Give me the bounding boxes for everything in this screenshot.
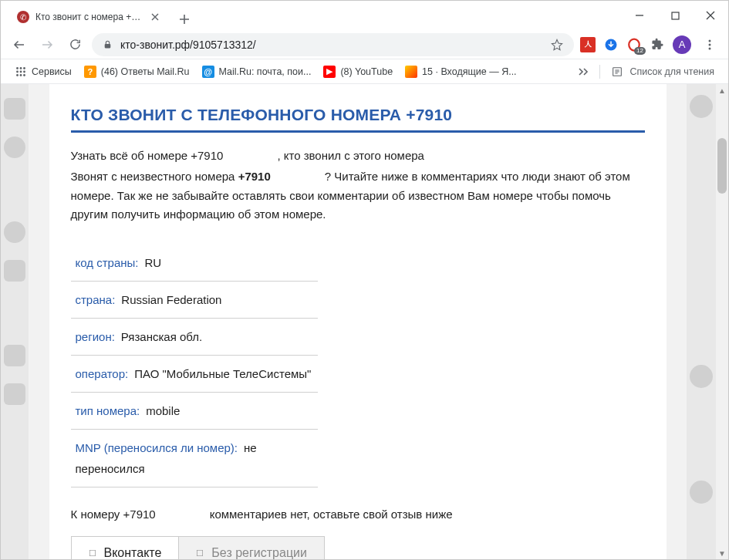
info-row-mnp: MNP (переносился ли номер):не переносилс… [71, 430, 318, 487]
toolbar: кто-звонит.рф/9105713312/ 人 12 A [1, 30, 728, 59]
svg-point-7 [16, 67, 19, 69]
sidebar-glyph [690, 365, 713, 388]
svg-point-10 [16, 70, 19, 73]
bookmark-yandex-inbox[interactable]: 15 · Входящие — Я... [400, 64, 521, 79]
svg-point-5 [709, 43, 711, 46]
svg-rect-0 [672, 12, 679, 19]
yandex-icon [405, 66, 417, 78]
page-title: КТО ЗВОНИТ С ТЕЛЕФОННОГО НОМЕРА +7910 [71, 106, 645, 133]
reload-button[interactable] [64, 34, 86, 56]
tab-strip: ✆ Кто звонит с номера +79105713 [1, 1, 622, 30]
info-row-country: страна:Russian Federation [71, 282, 318, 319]
intro-line-2: Звонят с неизвестного номера +7910? Чита… [71, 167, 645, 224]
bookmark-label: Mail.Ru: почта, пои... [219, 66, 312, 77]
comments-empty-line: К номеру +7910комментариев нет, оставьте… [71, 508, 645, 521]
sidebar-glyph [690, 95, 713, 118]
toolbar-right: 人 12 A [580, 34, 721, 56]
info-row-operator: оператор:ПАО "Мобильные ТелеСистемы" [71, 356, 318, 393]
bookmark-label: 15 · Входящие — Я... [422, 66, 516, 77]
content-area: КТО ЗВОНИТ С ТЕЛЕФОННОГО НОМЕРА +7910 Уз… [29, 84, 687, 559]
checkbox-icon: ☐ [89, 548, 96, 558]
comment-tabs: ☐Вконтакте ☐Без регистрации [71, 536, 645, 559]
sidebar-glyph [690, 481, 713, 504]
extension-opera-icon[interactable]: 12 [626, 37, 642, 52]
mail-answers-icon: ? [84, 66, 96, 78]
lock-icon [103, 39, 113, 49]
apps-icon [15, 66, 27, 78]
info-row-region: регион:Рязанская обл. [71, 319, 318, 356]
tab-no-registration[interactable]: ☐Без регистрации [179, 536, 325, 559]
new-tab-button[interactable] [174, 8, 195, 30]
bookmark-youtube[interactable]: ▶(8) YouTube [319, 64, 397, 79]
close-tab-icon[interactable] [150, 12, 160, 22]
left-sidebar-strip [1, 84, 29, 559]
url-text: кто-звонит.рф/9105713312/ [120, 39, 543, 51]
right-sidebar-strip [687, 84, 716, 559]
page-content: КТО ЗВОНИТ С ТЕЛЕФОННОГО НОМЕРА +7910 Уз… [49, 84, 667, 559]
svg-point-13 [16, 74, 19, 76]
tab-title: Кто звонит с номера +79105713 [35, 12, 143, 22]
svg-point-8 [20, 67, 22, 69]
maximize-button[interactable] [657, 1, 693, 30]
titlebar: ✆ Кто звонит с номера +79105713 [1, 1, 728, 30]
reading-list-button[interactable]: Список для чтения [606, 64, 719, 79]
sidebar-glyph [4, 98, 25, 120]
checkbox-icon: ☐ [196, 548, 204, 558]
mailru-icon: @ [202, 66, 214, 78]
extension-pdf-icon[interactable]: 人 [580, 37, 596, 52]
vertical-scrollbar[interactable]: ▲ ▼ [716, 84, 728, 559]
svg-point-14 [20, 74, 22, 76]
svg-point-15 [23, 74, 25, 76]
svg-point-9 [23, 67, 25, 69]
info-table: код страны:RU страна:Russian Federation … [71, 245, 318, 487]
svg-point-6 [709, 47, 711, 49]
address-bar[interactable]: кто-звонит.рф/9105713312/ [92, 33, 574, 56]
favicon-icon: ✆ [17, 11, 29, 23]
bookmark-label: (46) Ответы Mail.Ru [101, 66, 190, 77]
bookmark-label: (8) YouTube [340, 66, 393, 77]
bookmark-mail-answers[interactable]: ?(46) Ответы Mail.Ru [79, 64, 194, 79]
extension-badge: 12 [634, 47, 646, 55]
apps-shortcut[interactable]: Сервисы [10, 64, 76, 79]
browser-tab[interactable]: ✆ Кто звонит с номера +79105713 [7, 4, 169, 30]
sidebar-glyph [4, 260, 25, 282]
bookmark-mailru[interactable]: @Mail.Ru: почта, пои... [197, 64, 316, 79]
reading-list-icon [611, 66, 623, 78]
sidebar-glyph [4, 345, 25, 366]
reading-list-label: Список для чтения [629, 66, 714, 77]
scroll-down-arrow[interactable]: ▼ [716, 547, 728, 559]
scroll-thumb[interactable] [717, 138, 727, 194]
info-row-number-type: тип номера:mobile [71, 393, 318, 430]
svg-rect-1 [105, 44, 111, 48]
window-controls [622, 1, 728, 30]
intro-line-1: Узнать всё об номере +7910, кто звонил с… [71, 147, 645, 166]
bookmarks-bar: Сервисы ?(46) Ответы Mail.Ru @Mail.Ru: п… [1, 59, 728, 84]
forward-button[interactable] [36, 34, 58, 56]
sidebar-glyph [4, 137, 25, 158]
bookmarks-overflow-button[interactable] [573, 66, 593, 78]
extensions-button[interactable] [650, 37, 665, 52]
scroll-up-arrow[interactable]: ▲ [716, 84, 728, 96]
minimize-button[interactable] [622, 1, 657, 30]
browser-window: ✆ Кто звонит с номера +79105713 кто-звон… [0, 0, 729, 560]
youtube-icon: ▶ [323, 66, 336, 78]
svg-point-4 [709, 39, 711, 42]
svg-point-12 [23, 70, 25, 73]
bookmark-label: Сервисы [32, 66, 72, 77]
divider [599, 65, 600, 79]
menu-button[interactable] [699, 34, 721, 56]
tab-vkontakte[interactable]: ☐Вконтакте [71, 536, 180, 559]
svg-point-11 [20, 70, 22, 73]
info-row-country-code: код страны:RU [71, 245, 318, 282]
sidebar-glyph [4, 383, 25, 405]
close-window-button[interactable] [693, 1, 728, 30]
profile-avatar[interactable]: A [673, 35, 691, 54]
back-button[interactable] [8, 34, 30, 56]
sidebar-glyph [4, 221, 25, 243]
star-icon[interactable] [551, 39, 563, 51]
extension-download-icon[interactable] [603, 37, 619, 52]
viewport: КТО ЗВОНИТ С ТЕЛЕФОННОГО НОМЕРА +7910 Уз… [1, 84, 728, 559]
